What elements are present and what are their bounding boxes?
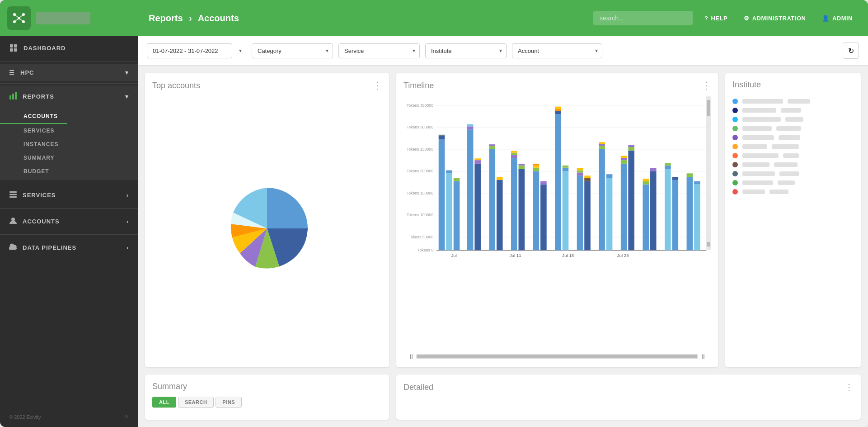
svg-rect-48 (474, 158, 481, 160)
svg-rect-105 (687, 173, 693, 177)
svg-rect-74 (577, 176, 583, 250)
svg-rect-61 (533, 171, 540, 250)
svg-rect-59 (519, 166, 525, 169)
horizontal-scrollbar[interactable] (416, 354, 698, 359)
topbar: Reports › Accounts ? HELP ⚙ ADMINISTRATI… (138, 0, 868, 36)
hpc-chevron-icon: ▾ (125, 69, 129, 76)
sidebar-item-budget-sub[interactable]: BUDGET (0, 165, 138, 178)
svg-rect-75 (577, 172, 583, 176)
svg-rect-101 (665, 163, 671, 166)
svg-rect-72 (563, 168, 569, 171)
help-button[interactable]: ? HELP (700, 12, 732, 24)
sidebar-item-instances-sub[interactable]: INSTANCES (0, 138, 138, 151)
sidebar-item-services[interactable]: SERVICES › (0, 184, 138, 206)
institute-filter-wrapper: Institute ▾ (425, 43, 507, 58)
hpc-label: HPC (20, 69, 34, 76)
list-item (732, 171, 854, 176)
institute-dot (732, 144, 738, 149)
institute-label (742, 135, 774, 140)
svg-rect-100 (665, 166, 671, 169)
list-item (732, 108, 854, 113)
svg-text:Tokens 50000: Tokens 50000 (409, 235, 434, 239)
institute-label (742, 180, 773, 185)
svg-rect-91 (628, 151, 634, 251)
help-label: HELP (711, 15, 728, 22)
top-accounts-menu-icon[interactable]: ⋮ (373, 80, 382, 91)
svg-text:Tokens 0: Tokens 0 (418, 248, 433, 252)
institute-dot (732, 180, 738, 185)
scroll-right-icon[interactable]: ⏸ (700, 353, 706, 360)
timeline-chart-area: Tokens 350000 Tokens 300000 Tokens 25000… (404, 96, 711, 350)
bottom-row: Summary ALL SEARCH PINS Detailed ⋮ (145, 375, 861, 420)
svg-rect-67 (555, 114, 561, 250)
administration-button[interactable]: ⚙ ADMINISTRATION (739, 12, 810, 24)
breadcrumb-accounts[interactable]: Accounts (198, 13, 239, 23)
svg-rect-43 (467, 129, 474, 250)
service-select[interactable]: Service (338, 43, 420, 58)
sidebar-item-accounts[interactable]: ACCOUNTS › (0, 210, 138, 232)
expand-icon[interactable]: ⇱ (125, 414, 129, 420)
sidebar: DASHBOARD ☰ HPC ▾ (0, 0, 138, 427)
summary-tabs: ALL SEARCH PINS (152, 397, 382, 408)
institute-value (781, 108, 801, 113)
user-button[interactable]: 👤 ADMIN (817, 12, 857, 24)
sidebar-item-dashboard[interactable]: DASHBOARD (0, 36, 138, 60)
svg-rect-50 (489, 146, 495, 149)
tab-pins[interactable]: PINS (216, 397, 242, 408)
top-accounts-title: Top accounts (152, 81, 200, 90)
svg-line-5 (14, 14, 19, 18)
institute-label (742, 190, 765, 194)
refresh-icon: ↻ (848, 47, 854, 55)
institute-label (742, 117, 781, 122)
timeline-menu-icon[interactable]: ⋮ (702, 80, 711, 91)
institute-title: Institute (732, 80, 761, 90)
svg-rect-60 (519, 164, 525, 166)
svg-rect-55 (511, 155, 517, 158)
detailed-menu-icon[interactable]: ⋮ (845, 382, 854, 393)
institute-label (742, 108, 776, 113)
main-content: Reports › Accounts ? HELP ⚙ ADMINISTRATI… (138, 0, 868, 427)
logo-icon (7, 6, 31, 30)
account-select[interactable]: Account (512, 43, 602, 58)
administration-label: ADMINISTRATION (752, 15, 806, 22)
service-filter-wrapper: Service ▾ (338, 43, 420, 58)
sidebar-item-summary-sub[interactable]: SUMMARY (0, 151, 138, 165)
pie-chart-container (152, 96, 382, 360)
content-area: Top accounts ⋮ (138, 66, 868, 427)
sidebar-hpc-section[interactable]: ☰ HPC ▾ (0, 64, 138, 81)
sidebar-item-accounts-sub[interactable]: ACCOUNTS (0, 109, 67, 124)
list-icon (9, 190, 17, 200)
top-accounts-header: Top accounts ⋮ (152, 80, 382, 91)
account-filter-wrapper: Account ▾ (512, 43, 602, 58)
svg-text:Tokens 100000: Tokens 100000 (407, 213, 433, 217)
svg-rect-9 (10, 44, 13, 47)
svg-line-8 (19, 18, 23, 22)
tab-search[interactable]: SEARCH (178, 397, 214, 408)
sidebar-item-data-pipelines[interactable]: DATA PIPELINES › (0, 237, 138, 259)
sidebar-item-reports[interactable]: REPORTS ▾ (0, 85, 138, 108)
sidebar-item-services-sub[interactable]: SERVICES (0, 124, 138, 138)
category-select[interactable]: Category (252, 43, 333, 58)
svg-rect-77 (577, 168, 583, 171)
list-item (732, 189, 854, 195)
date-range-select[interactable]: 01-07-2022 - 31-07-2022 (147, 43, 232, 58)
user-label: ADMIN (832, 15, 853, 22)
svg-text:Tokens 250000: Tokens 250000 (407, 147, 433, 152)
summary-header: Summary (152, 382, 382, 391)
institute-value (774, 162, 798, 167)
institute-dot (732, 189, 738, 195)
search-input[interactable] (593, 11, 693, 25)
filter-bar: 01-07-2022 - 31-07-2022 ▾ Category ▾ Ser… (138, 36, 868, 66)
svg-rect-89 (621, 158, 627, 160)
breadcrumb: Reports › Accounts (149, 13, 586, 24)
svg-rect-47 (474, 160, 481, 164)
institute-label (742, 171, 775, 176)
vertical-scrollbar[interactable] (706, 96, 711, 250)
scroll-left-icon[interactable]: ⏸ (408, 353, 414, 360)
svg-rect-88 (621, 160, 627, 164)
institute-select[interactable]: Institute (425, 43, 507, 58)
refresh-button[interactable]: ↻ (843, 43, 859, 59)
breadcrumb-reports[interactable]: Reports (149, 13, 183, 23)
tab-all[interactable]: ALL (152, 397, 176, 408)
svg-rect-68 (555, 111, 561, 114)
